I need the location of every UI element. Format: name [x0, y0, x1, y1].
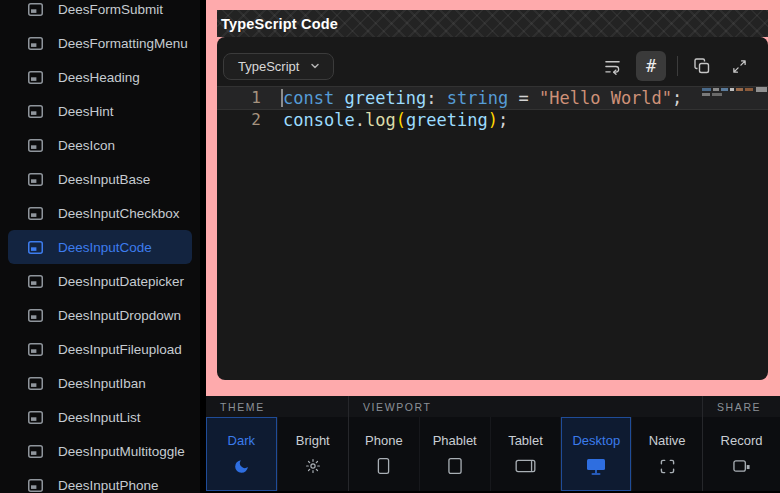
sidebar-item-deesinputcode[interactable]: DeesInputCode	[8, 230, 192, 264]
sidebar-item-label: DeesInputBase	[58, 172, 150, 187]
phablet-button[interactable]: Phablet	[420, 417, 491, 491]
sidebar-item-deeshint[interactable]: DeesHint	[8, 94, 192, 128]
minimap-line	[702, 93, 758, 96]
tablet-button[interactable]: Tablet	[491, 417, 562, 491]
toolbar-group-share: SHARERecord	[702, 396, 780, 491]
component-icon	[28, 139, 43, 152]
sidebar-item-label: DeesInputCheckbox	[58, 206, 180, 221]
toolbar-group-theme: THEMEDarkBright	[206, 396, 348, 491]
component-icon	[28, 309, 43, 322]
record-button[interactable]: Record	[703, 417, 780, 491]
word-wrap-icon[interactable]	[599, 53, 625, 79]
scrollbar-thumb[interactable]	[756, 87, 767, 92]
toolbar-divider	[677, 56, 678, 76]
sidebar-item-deesinputiban[interactable]: DeesInputIban	[8, 366, 192, 400]
desktop-button[interactable]: Desktop	[561, 417, 632, 491]
button-label: Native	[649, 433, 686, 448]
code-panel: TypeScript # 1const greeting: string = "…	[217, 37, 768, 380]
sidebar-item-label: DeesInputCode	[58, 240, 152, 255]
component-icon	[28, 275, 43, 288]
sidebar-item-deesinputdatepicker[interactable]: DeesInputDatepicker	[8, 264, 192, 298]
button-label: Desktop	[572, 433, 620, 448]
app-window: DeesFormSubmitDeesFormattingMenuDeesHead…	[0, 0, 780, 493]
phone-button[interactable]: Phone	[349, 417, 420, 491]
sidebar-item-label: DeesInputList	[58, 410, 141, 425]
button-label: Dark	[228, 433, 255, 448]
component-icon	[28, 3, 43, 16]
native-button[interactable]: Native	[632, 417, 702, 491]
button-label: Record	[721, 433, 763, 448]
sidebar: DeesFormSubmitDeesFormattingMenuDeesHead…	[0, 0, 200, 493]
toolbar-group-viewport: VIEWPORTPhonePhabletTabletDesktopNative	[348, 396, 702, 491]
sidebar-item-deesheading[interactable]: DeesHeading	[8, 60, 192, 94]
sidebar-item-deesicon[interactable]: DeesIcon	[8, 128, 192, 162]
moon-icon	[233, 457, 250, 475]
desktop-icon	[586, 457, 606, 475]
component-icon	[28, 479, 43, 492]
code-line-2[interactable]: 2console.log(greeting);	[217, 109, 768, 131]
line-number: 1	[217, 87, 261, 109]
expand-icon[interactable]	[726, 53, 752, 79]
component-icon	[28, 105, 43, 118]
sidebar-item-deesinputcheckbox[interactable]: DeesInputCheckbox	[8, 196, 192, 230]
sidebar-list: DeesFormSubmitDeesFormattingMenuDeesHead…	[0, 0, 200, 493]
text-cursor	[281, 89, 283, 107]
bright-button[interactable]: Bright	[278, 417, 349, 491]
native-icon	[660, 457, 675, 475]
phablet-icon	[448, 457, 462, 475]
sun-icon	[305, 457, 321, 475]
sidebar-item-label: DeesInputFileupload	[58, 342, 182, 357]
phone-icon	[377, 457, 390, 475]
line-number: 2	[217, 109, 261, 131]
editor-icon-toolbar: #	[599, 51, 752, 81]
sidebar-item-label: DeesInputPhone	[58, 478, 159, 493]
button-label: Tablet	[508, 433, 543, 448]
sidebar-item-deesformsubmit[interactable]: DeesFormSubmit	[8, 0, 192, 26]
sidebar-item-deesinputlist[interactable]: DeesInputList	[8, 400, 192, 434]
sidebar-item-label: DeesFormattingMenu	[58, 36, 188, 51]
code-line-1[interactable]: 1const greeting: string = "Hello World";	[217, 87, 768, 109]
sidebar-item-deesinputfileupload[interactable]: DeesInputFileupload	[8, 332, 192, 366]
button-label: Phone	[365, 433, 403, 448]
language-selector[interactable]: TypeScript	[223, 53, 334, 80]
component-icon	[28, 343, 43, 356]
component-icon	[28, 445, 43, 458]
sidebar-item-label: DeesInputDropdown	[58, 308, 181, 323]
dark-button[interactable]: Dark	[206, 417, 278, 491]
code-text: const greeting: string = "Hello World";	[261, 87, 682, 109]
tablet-icon	[515, 457, 536, 475]
code-editor: 1const greeting: string = "Hello World";…	[217, 87, 768, 131]
group-label: SHARE	[703, 396, 780, 417]
page-title: TypeScript Code	[221, 16, 338, 32]
button-label: Phablet	[433, 433, 477, 448]
copy-icon[interactable]	[689, 53, 715, 79]
component-icon	[28, 37, 43, 50]
sidebar-item-deesinputmultitoggle[interactable]: DeesInputMultitoggle	[8, 434, 192, 468]
button-label: Bright	[296, 433, 330, 448]
record-icon	[733, 457, 751, 475]
component-icon	[28, 241, 43, 254]
sidebar-item-label: DeesHint	[58, 104, 114, 119]
sidebar-item-deesformattingmenu[interactable]: DeesFormattingMenu	[8, 26, 192, 60]
component-icon	[28, 71, 43, 84]
language-selector-label: TypeScript	[238, 59, 299, 74]
chevron-down-icon	[309, 60, 321, 72]
bottom-toolbar: THEMEDarkBrightVIEWPORTPhonePhabletTable…	[206, 396, 780, 493]
code-text: console.log(greeting);	[261, 109, 508, 131]
line-numbers-icon[interactable]: #	[636, 51, 666, 81]
group-label: VIEWPORT	[349, 396, 702, 417]
minimap[interactable]	[702, 88, 758, 96]
group-label: THEME	[206, 396, 348, 417]
editor-toolbar: TypeScript #	[217, 37, 768, 83]
story-frame: TypeScript Code TypeScript # 1const gree…	[206, 0, 780, 396]
sidebar-item-label: DeesIcon	[58, 138, 115, 153]
sidebar-item-deesinputphone[interactable]: DeesInputPhone	[8, 468, 192, 493]
sidebar-item-deesinputdropdown[interactable]: DeesInputDropdown	[8, 298, 192, 332]
component-icon	[28, 207, 43, 220]
minimap-line	[702, 88, 758, 91]
sidebar-item-label: DeesInputMultitoggle	[58, 444, 185, 459]
sidebar-item-deesinputbase[interactable]: DeesInputBase	[8, 162, 192, 196]
component-icon	[28, 173, 43, 186]
story-header: TypeScript Code	[217, 10, 768, 37]
sidebar-item-label: DeesInputDatepicker	[58, 274, 184, 289]
